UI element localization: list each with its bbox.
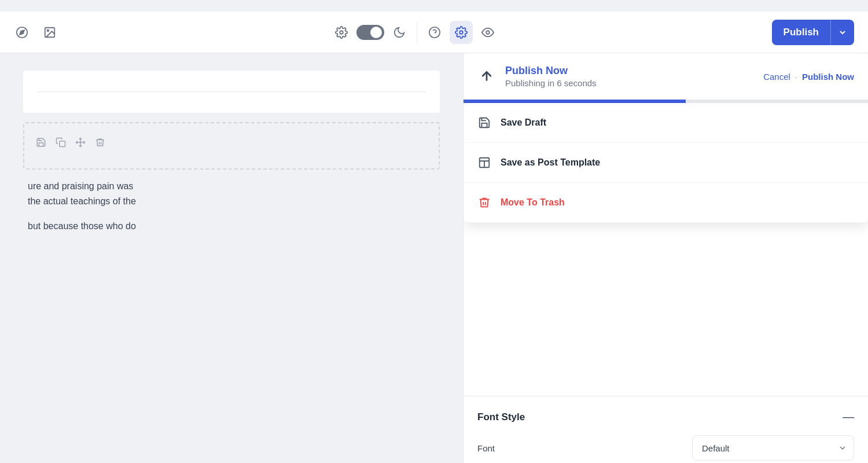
save-template-label: Save as Post Template <box>501 157 600 168</box>
settings-icon[interactable] <box>333 24 350 41</box>
editor-text-2: the actual teachings of the <box>28 194 435 209</box>
font-label: Font <box>477 443 495 453</box>
font-style-title: Font Style <box>477 411 525 423</box>
toggle-switch[interactable] <box>356 25 384 40</box>
toolbar-left <box>14 24 58 41</box>
block-toolbar <box>36 137 427 148</box>
dropdown-menu: Publish Now Publishing in 6 seconds Canc… <box>464 53 868 223</box>
compass-icon[interactable] <box>14 24 30 41</box>
dropdown-header-left: Publish Now Publishing in 6 seconds <box>477 65 597 88</box>
app-container: Publish <box>0 0 868 463</box>
publish-now-link[interactable]: Publish Now <box>802 72 854 82</box>
publish-now-info: Publish Now Publishing in 6 seconds <box>505 65 597 88</box>
moon-icon[interactable] <box>391 24 407 41</box>
editor-area: Publish <box>0 0 868 463</box>
toolbar-divider <box>417 22 417 43</box>
preview-icon[interactable] <box>480 24 496 41</box>
active-gear-icon[interactable] <box>450 21 473 44</box>
editor-text-3: but because those who do <box>28 219 435 234</box>
template-icon <box>477 156 491 170</box>
right-panel: Publish Now Publishing in 6 seconds Canc… <box>463 53 868 463</box>
toolbar: Publish <box>0 12 868 53</box>
help-icon[interactable] <box>426 24 443 41</box>
publish-button[interactable]: Publish <box>772 20 854 45</box>
progress-bar-fill <box>464 101 686 103</box>
block-save-icon[interactable] <box>36 137 46 148</box>
publish-label: Publish <box>772 20 831 45</box>
svg-point-8 <box>487 31 490 34</box>
font-style-panel: Font Style — Font Default <box>464 396 868 463</box>
move-trash-label: Move To Trash <box>501 197 565 208</box>
save-draft-item[interactable]: Save Draft <box>464 103 868 143</box>
font-row: Font Default <box>477 435 854 461</box>
font-style-collapse-icon[interactable]: — <box>843 410 854 424</box>
publishing-subtitle: Publishing in 6 seconds <box>505 78 597 88</box>
dot-separator: · <box>795 72 797 82</box>
trash-icon <box>477 196 491 210</box>
progress-bar <box>464 101 868 103</box>
svg-point-7 <box>460 31 464 34</box>
svg-point-3 <box>47 30 49 31</box>
move-trash-item[interactable]: Move To Trash <box>464 183 868 223</box>
publish-dropdown-arrow[interactable] <box>831 20 854 45</box>
editor-left: ure and praising pain was the actual tea… <box>0 53 463 463</box>
publish-now-title: Publish Now <box>505 65 597 77</box>
save-draft-label: Save Draft <box>501 117 546 128</box>
block-move-icon[interactable] <box>75 137 86 148</box>
toolbar-center <box>333 21 496 44</box>
svg-point-4 <box>340 31 344 34</box>
dropdown-header-right: Cancel · Publish Now <box>763 72 854 82</box>
font-select[interactable]: Default <box>692 435 854 461</box>
cancel-link[interactable]: Cancel <box>763 72 790 82</box>
image-icon[interactable] <box>42 24 58 41</box>
font-select-wrapper: Default <box>692 435 854 461</box>
editor-text-1: ure and praising pain was <box>28 179 435 194</box>
save-draft-icon <box>477 116 491 130</box>
toolbar-right: Publish <box>772 20 854 45</box>
block-copy-icon[interactable] <box>56 137 66 148</box>
upload-icon <box>477 67 496 86</box>
editor-text-block: ure and praising pain was the actual tea… <box>23 179 440 234</box>
dropdown-header: Publish Now Publishing in 6 seconds Canc… <box>464 53 868 101</box>
editor-card-dashed <box>23 122 440 170</box>
content-area: ure and praising pain was the actual tea… <box>0 53 868 463</box>
font-style-header: Font Style — <box>477 410 854 424</box>
block-delete-icon[interactable] <box>95 137 105 148</box>
svg-marker-1 <box>20 30 24 35</box>
svg-rect-9 <box>60 141 65 147</box>
save-template-item[interactable]: Save as Post Template <box>464 143 868 183</box>
editor-card-top <box>23 71 440 113</box>
